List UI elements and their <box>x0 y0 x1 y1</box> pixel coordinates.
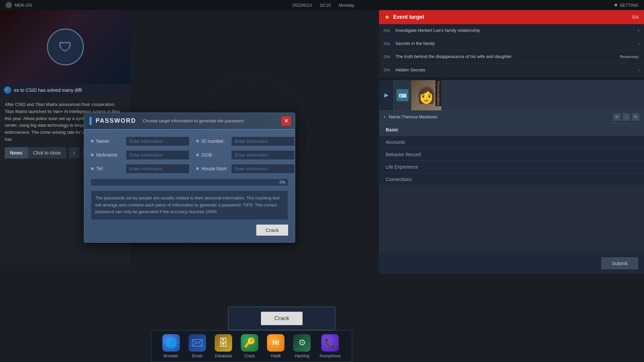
tab-connections[interactable]: Connections <box>379 173 644 186</box>
svg-line-1 <box>192 343 196 346</box>
field-id-input[interactable] <box>231 136 295 146</box>
taskbar-time: 10:10 <box>320 3 331 8</box>
dock-item-hacking[interactable]: ⚙ Hacking <box>293 334 311 358</box>
field-tel-input[interactable] <box>126 164 190 174</box>
field-id-row: ID number: <box>196 136 295 146</box>
anonymous-icon: 📞 <box>321 334 339 352</box>
field-name-row: Name: <box>91 136 190 146</box>
field-name-input[interactable] <box>126 136 190 146</box>
field-tel-dot <box>91 167 94 170</box>
field-nickname-row: Nickname: <box>91 150 190 160</box>
tab-behavior-record[interactable]: Behavior Record <box>379 148 644 161</box>
modal-subtitle: Choose target information to generate th… <box>143 118 245 123</box>
profile-section: ▶ 🪪 👩 Theresa Meadows • Name:Theresa Mea… <box>379 80 644 274</box>
dock-browser-label: Browser <box>164 354 178 358</box>
name-copy-button[interactable]: ○ <box>623 113 630 121</box>
settings-dot <box>614 4 617 6</box>
taskbar-left: ⬡ MDK-OS <box>5 2 32 8</box>
event-target-title-row: ★ Event target <box>384 13 424 21</box>
field-id-dot <box>196 140 199 142</box>
field-nickname-label: Nickname: <box>96 152 123 158</box>
crack-icon: 🔑 <box>241 334 258 352</box>
field-name-dot <box>91 140 94 142</box>
profile-toggle-button[interactable]: ▶ <box>379 80 394 110</box>
field-housenum-row: House Num: <box>196 164 295 174</box>
event-text-1: Secrets in the family <box>395 41 638 47</box>
event-item-1[interactable]: 0% Secrets in the family › <box>379 37 644 50</box>
field-id-label: ID number: <box>202 138 228 144</box>
tab-basic-label: Basic <box>386 127 398 132</box>
taskbar: ⬡ MDK-OS 2022/6/13 10:10 Monday SETTING <box>0 0 644 10</box>
field-housenum-label: House Num: <box>202 166 228 171</box>
modal-fields: Name: ID number: Nickname: DOB: <box>91 136 288 174</box>
taskbar-day: Monday <box>339 3 354 8</box>
tab-accounts[interactable]: Accounts <box>379 136 644 148</box>
modal-close-button[interactable]: ✕ <box>281 116 291 126</box>
field-dob-label: DOB: <box>202 152 228 158</box>
modal-header: PASSWORD Choose target information to ge… <box>84 113 295 130</box>
event-text-2: The truth behind the disappearance of hi… <box>395 54 617 60</box>
field-nickname-dot <box>91 154 94 156</box>
dock: 🌐 Browser Email 🗄 Database 🔑 Crack Hi Hi… <box>151 330 352 362</box>
name-dot: • <box>384 114 385 120</box>
toggle-arrows-icon: ▶ <box>384 92 388 98</box>
dock-item-email[interactable]: Email <box>189 334 206 358</box>
settings-label[interactable]: SETTING <box>620 3 639 8</box>
right-panel: ★ Event target 0/4 0% Investigate Herber… <box>379 10 644 274</box>
profile-top: ▶ 🪪 👩 Theresa Meadows <box>379 80 644 111</box>
event-arrow-2: › <box>638 54 639 60</box>
hacking-icon: ⚙ <box>293 334 311 352</box>
event-pct-0: 0% <box>384 28 395 33</box>
taskbar-logo: ⬡ <box>5 2 12 8</box>
hitalk-icon: Hi <box>267 334 284 352</box>
avatar-name-badge: Theresa Meadows <box>435 80 441 106</box>
field-nickname-input[interactable] <box>126 150 190 160</box>
database-icon: 🗄 <box>215 334 232 352</box>
name-text: Name:Theresa Meadows <box>389 114 610 119</box>
modal-overlay: PASSWORD Choose target information to ge… <box>0 10 379 345</box>
modal-footer: Crack <box>91 225 288 236</box>
taskbar-right: SETTING <box>614 3 639 8</box>
progress-bar-container: 0% <box>91 179 288 186</box>
event-item-2[interactable]: 0% The truth behind the disappearance of… <box>379 50 644 63</box>
event-item-3[interactable]: 0% Hidden Secrets › <box>379 64 644 77</box>
event-arrow-0: › <box>638 27 639 34</box>
dock-database-label: Database <box>215 354 232 358</box>
event-list: 0% Investigate Herbert Lee's family rela… <box>379 24 644 77</box>
dock-item-hitalk[interactable]: Hi Hitalk <box>267 334 284 358</box>
dock-item-crack[interactable]: 🔑 Crack <box>241 334 258 358</box>
field-dob-input[interactable] <box>231 150 295 160</box>
crack-popup-bottom: Crack <box>228 307 335 330</box>
name-field-row: • Name:Theresa Meadows ↺ ○ ✎ <box>379 111 644 124</box>
name-edit-button[interactable]: ✎ <box>632 113 639 121</box>
dock-item-browser[interactable]: 🌐 Browser <box>162 334 180 358</box>
taskbar-appname: MDK-OS <box>15 3 32 8</box>
svg-line-2 <box>199 343 202 346</box>
modal-title: PASSWORD <box>96 117 136 124</box>
password-modal: PASSWORD Choose target information to ge… <box>84 113 295 243</box>
event-count: 0/4 <box>632 14 639 20</box>
event-item-0[interactable]: 0% Investigate Herbert Lee's family rela… <box>379 24 644 37</box>
submit-button[interactable]: Submit <box>601 257 638 269</box>
dock-item-anonymous[interactable]: 📞 Anonymous <box>320 334 341 358</box>
tab-basic[interactable]: Basic <box>379 124 644 136</box>
profile-tabs: • Name:Theresa Meadows ↺ ○ ✎ Basic Accou… <box>379 111 644 186</box>
field-tel-label: Tel: <box>96 166 123 171</box>
event-target-header: ★ Event target 0/4 <box>379 10 644 24</box>
taskbar-date: 2022/6/13 <box>292 3 312 8</box>
star-icon: ★ <box>384 13 390 21</box>
dock-hitalk-label: Hitalk <box>271 354 281 358</box>
name-actions: ↺ ○ ✎ <box>613 113 639 121</box>
dock-item-database[interactable]: 🗄 Database <box>215 334 232 358</box>
modal-icon <box>90 117 92 125</box>
tab-connections-label: Connections <box>386 177 412 182</box>
event-pct-1: 0% <box>384 41 395 46</box>
tab-life-experience[interactable]: Life Experience <box>379 161 644 173</box>
crack-bottom-button[interactable]: Crack <box>261 312 303 325</box>
event-pct-2: 0% <box>384 54 395 59</box>
progress-text: 0% <box>280 180 285 185</box>
name-refresh-button[interactable]: ↺ <box>613 113 621 121</box>
event-arrow-1: › <box>638 41 639 47</box>
field-housenum-input[interactable] <box>231 164 295 174</box>
crack-button[interactable]: Crack <box>256 225 288 236</box>
